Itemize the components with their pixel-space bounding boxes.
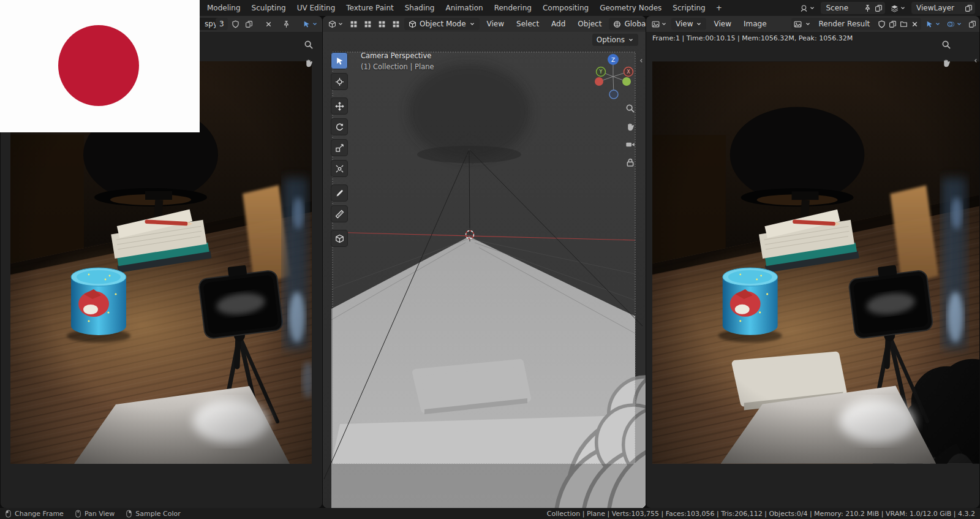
axis-neg-y-ball[interactable] <box>622 77 631 86</box>
browse-image-icon[interactable] <box>794 20 802 28</box>
axis-y-label: Y <box>599 69 603 75</box>
object-mode-dropdown[interactable]: Object Mode <box>404 18 480 30</box>
tab-shading[interactable]: Shading <box>399 0 440 16</box>
japan-flag <box>0 0 200 132</box>
grid-icon <box>378 20 386 28</box>
tool-add-cube[interactable] <box>331 230 348 247</box>
axis-z-label: Z <box>611 57 615 63</box>
mode-grid-button-4[interactable] <box>390 18 402 30</box>
render-result-image[interactable] <box>652 61 979 464</box>
viewport-canvas[interactable]: Z Y X <box>323 32 646 508</box>
editor-mode-dropdown[interactable]: View <box>671 18 706 30</box>
add-workspace-button[interactable]: + <box>711 0 727 16</box>
chevron-down-icon <box>809 5 815 11</box>
chevron-down-icon <box>696 21 702 27</box>
viewlayer-selector[interactable]: ViewLayer <box>911 2 975 14</box>
copy-icon[interactable] <box>889 20 897 28</box>
pan-hand-icon[interactable] <box>941 58 951 68</box>
menu-view[interactable]: View <box>482 16 509 32</box>
new-viewlayer-icon[interactable] <box>965 4 973 12</box>
pin-icon <box>282 20 290 28</box>
new-image-button[interactable] <box>243 18 255 30</box>
orientation-label: Global <box>624 20 646 28</box>
pin-id-button[interactable] <box>281 18 292 30</box>
tool-scale[interactable] <box>331 139 348 156</box>
viewport-header: Object Mode View Select Add Object Globa… <box>323 16 646 32</box>
tab-compositing[interactable]: Compositing <box>537 0 594 16</box>
mouse-right-icon <box>126 510 132 518</box>
editor-type-dropdown[interactable] <box>326 18 345 30</box>
zoom-icon[interactable] <box>941 40 951 50</box>
fake-user-button[interactable] <box>230 18 241 30</box>
transform-orientation-dropdown[interactable]: Global <box>609 18 646 30</box>
tab-geometry-nodes[interactable]: Geometry Nodes <box>594 0 667 16</box>
viewlayer-name: ViewLayer <box>914 4 962 12</box>
tool-measure[interactable] <box>331 205 348 222</box>
options-dropdown[interactable]: Options <box>592 34 638 46</box>
tool-cursor[interactable] <box>331 73 348 90</box>
overlays-dropdown[interactable] <box>945 18 964 30</box>
tool-annotate[interactable] <box>331 184 348 202</box>
gizmo-cursor-icon <box>303 20 311 28</box>
tool-select-box[interactable] <box>331 52 348 69</box>
tab-rendering[interactable]: Rendering <box>489 0 537 16</box>
folder-icon[interactable] <box>900 20 908 28</box>
overlay-icon <box>947 20 955 28</box>
image-users-count-button[interactable]: 3 <box>216 18 228 30</box>
mode-grid-button-1[interactable] <box>348 18 360 30</box>
grid-icon <box>392 20 400 28</box>
hint-label: Change Frame <box>15 510 64 518</box>
rotate-icon <box>335 123 344 132</box>
scene-browse-button[interactable] <box>798 2 817 14</box>
pin-icon[interactable] <box>864 4 872 12</box>
menu-add[interactable]: Add <box>546 16 570 32</box>
tab-texture-paint[interactable]: Texture Paint <box>341 0 399 16</box>
image-name[interactable]: Render Result <box>814 20 875 28</box>
chevron-down-icon <box>956 21 962 27</box>
tool-transform[interactable] <box>331 160 348 177</box>
layers-icon <box>891 4 899 12</box>
mode-grid-button-3[interactable] <box>376 18 388 30</box>
pan-hand-icon[interactable] <box>304 58 314 68</box>
chevron-down-icon <box>900 5 906 11</box>
new-scene-icon[interactable] <box>875 4 883 12</box>
tab-uv-editing[interactable]: UV Editing <box>292 0 341 16</box>
tab-scripting[interactable]: Scripting <box>667 0 710 16</box>
cube-icon <box>335 234 344 243</box>
image-stack-button[interactable] <box>967 18 978 30</box>
unlink-image-button[interactable] <box>263 18 274 30</box>
menu-view[interactable]: View <box>709 16 736 32</box>
chevron-down-icon <box>661 21 667 27</box>
menu-image[interactable]: Image <box>739 16 772 32</box>
editor-type-dropdown[interactable] <box>650 18 669 30</box>
tab-modeling[interactable]: Modeling <box>202 0 246 16</box>
mouse-left-icon <box>5 510 12 518</box>
tool-move[interactable] <box>331 97 348 115</box>
japan-flag-overlay <box>0 0 200 132</box>
scene-selector[interactable]: Scene <box>821 2 885 14</box>
object-mode-label: Object Mode <box>420 20 466 28</box>
mode-grid-button-2[interactable] <box>362 18 374 30</box>
axis-neg-z-ball[interactable] <box>609 90 618 99</box>
scene-statistics: Collection | Plane | Verts:103,755 | Fac… <box>547 510 975 518</box>
tab-animation[interactable]: Animation <box>440 0 488 16</box>
viewlayer-browse-button[interactable] <box>889 2 908 14</box>
zoom-icon[interactable] <box>304 40 314 50</box>
gizmos-dropdown[interactable] <box>301 18 320 30</box>
tool-rotate[interactable] <box>331 118 348 135</box>
close-icon[interactable] <box>911 20 919 28</box>
region-toggle-arrow[interactable] <box>638 58 644 64</box>
object-mode-icon <box>409 20 417 28</box>
axis-x-label: X <box>627 69 630 75</box>
region-toggle-arrow[interactable] <box>973 58 979 64</box>
axis-neg-x-ball[interactable] <box>595 77 603 86</box>
gizmos-dropdown[interactable] <box>924 18 943 30</box>
close-icon <box>265 20 273 28</box>
menu-object[interactable]: Object <box>573 16 606 32</box>
menu-select[interactable]: Select <box>511 16 544 32</box>
flag-red-circle <box>58 25 139 106</box>
shield-icon[interactable] <box>878 20 886 28</box>
grid-icon <box>350 20 358 28</box>
tab-sculpting[interactable]: Sculpting <box>246 0 292 16</box>
copy-icon <box>968 20 976 28</box>
